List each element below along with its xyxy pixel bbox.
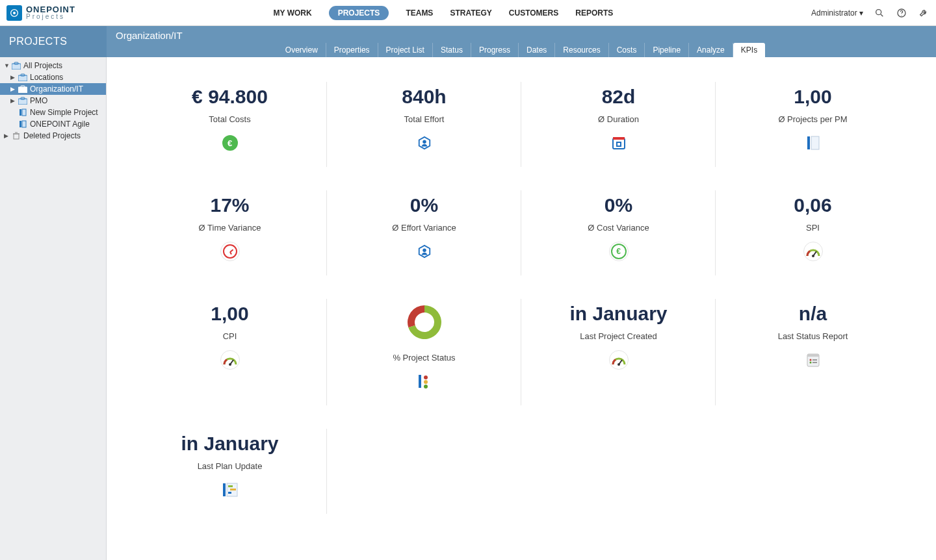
- svg-point-2: [876, 9, 881, 14]
- kpi--duration[interactable]: 82dØ Duration: [521, 70, 716, 179]
- caret-right-icon[interactable]: ▶: [4, 133, 9, 139]
- svg-rect-49: [230, 489, 236, 490]
- kpi-icon: €: [609, 242, 629, 261]
- tree-item-all-projects[interactable]: ▼All Projects: [0, 60, 106, 71]
- tab-status[interactable]: Status: [433, 43, 471, 57]
- nav-item-reports[interactable]: REPORTS: [575, 8, 613, 18]
- kpi-icon: [220, 480, 240, 500]
- svg-point-42: [809, 359, 811, 361]
- gauge-icon: [611, 353, 627, 366]
- portfolio-icon: [18, 73, 27, 81]
- report-icon: [806, 352, 820, 368]
- kpi--effort-variance[interactable]: 0%Ø Effort Variance: [327, 179, 521, 287]
- kpi-spi[interactable]: 0,06SPI: [716, 179, 910, 287]
- kpi-icon: [415, 372, 434, 391]
- brand-logo[interactable]: ONEPOINT Projects: [6, 5, 75, 21]
- project-icon: [18, 108, 27, 116]
- kpi-last-plan-update[interactable]: in JanuaryLast Plan Update: [133, 417, 327, 526]
- tab-costs[interactable]: Costs: [609, 43, 645, 57]
- person-hex-icon: [417, 244, 432, 259]
- page-header: PROJECTS Organization/IT OverviewPropert…: [0, 26, 936, 57]
- clock-red-icon: [223, 244, 237, 259]
- nav-item-strategy[interactable]: STRATEGY: [450, 8, 491, 18]
- topbar: ONEPOINT Projects MY WORKPROJECTSTEAMSST…: [0, 0, 936, 26]
- portfolio-icon: [18, 97, 27, 105]
- kpi--project-status[interactable]: % Project Status: [327, 287, 521, 417]
- tree-item-organization-it[interactable]: ▶Organization/IT: [0, 83, 106, 95]
- tools-icon[interactable]: [918, 7, 930, 19]
- tree-item-label: Locations: [30, 73, 63, 82]
- tree-item-label: All Projects: [23, 61, 62, 70]
- tab-analyze[interactable]: Analyze: [689, 43, 733, 57]
- svg-point-22: [422, 140, 426, 144]
- person-hex-icon: [417, 136, 432, 150]
- nav-item-teams[interactable]: TEAMS: [406, 8, 433, 18]
- svg-point-39: [618, 363, 620, 366]
- kpi-value: 0,06: [722, 194, 904, 216]
- svg-line-3: [881, 14, 883, 16]
- kpi-grid: € 94.800Total Costs€840hTotal Effort82dØ…: [133, 70, 910, 526]
- kpi--cost-variance[interactable]: 0%Ø Cost Variance€: [521, 179, 716, 287]
- kpi-label: % Project Status: [333, 353, 515, 363]
- nav-item-my-work[interactable]: MY WORK: [274, 8, 312, 18]
- main-nav: MY WORKPROJECTSTEAMSSTRATEGYCUSTOMERSREP…: [75, 6, 811, 20]
- kpi-label: Total Costs: [139, 114, 320, 124]
- plan-icon: [222, 482, 239, 498]
- tree-item-pmo[interactable]: ▶PMO: [0, 95, 106, 107]
- kpi-label: Last Project Created: [528, 331, 709, 341]
- svg-point-31: [812, 255, 814, 257]
- svg-rect-16: [20, 121, 21, 127]
- kpi-icon: [803, 133, 823, 153]
- tree-item-label: New Simple Project: [30, 108, 98, 117]
- tree-item-locations[interactable]: ▶Locations: [0, 71, 106, 83]
- kpi-label: Ø Cost Variance: [528, 223, 709, 233]
- tree-item-deleted-projects[interactable]: ▶Deleted Projects: [0, 130, 106, 142]
- tab-overview[interactable]: Overview: [278, 43, 326, 57]
- svg-rect-48: [228, 485, 233, 487]
- kpi-total-effort[interactable]: 840hTotal Effort: [327, 70, 521, 179]
- search-icon[interactable]: [874, 7, 885, 19]
- tab-properties[interactable]: Properties: [326, 43, 378, 57]
- caret-right-icon[interactable]: ▶: [10, 97, 16, 104]
- donut-chart: [405, 303, 444, 342]
- project-tree: ▼All Projects▶Locations▶Organization/IT▶…: [0, 57, 107, 560]
- subnav-tabs: OverviewPropertiesProject ListStatusProg…: [278, 42, 765, 57]
- kpi--time-variance[interactable]: 17%Ø Time Variance: [133, 179, 327, 287]
- tab-kpis[interactable]: KPIs: [733, 43, 765, 57]
- tab-resources[interactable]: Resources: [555, 43, 608, 57]
- tab-dates[interactable]: Dates: [519, 43, 555, 57]
- nav-item-customers[interactable]: CUSTOMERS: [509, 8, 558, 18]
- kpi-total-costs[interactable]: € 94.800Total Costs€: [133, 70, 327, 179]
- list-icon: [806, 135, 820, 151]
- kpi-last-status-report[interactable]: n/aLast Status Report: [716, 287, 910, 417]
- brand-text: ONEPOINT Projects: [26, 5, 75, 20]
- kpi-value: in January: [528, 303, 709, 325]
- kpi--projects-per-pm[interactable]: 1,00Ø Projects per PM: [716, 70, 910, 179]
- content-area: € 94.800Total Costs€840hTotal Effort82dØ…: [107, 57, 936, 560]
- kpi-value: 17%: [139, 194, 320, 216]
- kpi-value: 1,00: [722, 86, 904, 108]
- kpi-label: Ø Projects per PM: [722, 114, 904, 124]
- help-icon[interactable]: [896, 7, 907, 19]
- svg-rect-23: [613, 138, 625, 149]
- caret-right-icon[interactable]: ▶: [10, 86, 16, 92]
- tree-item-new-simple-project[interactable]: New Simple Project: [0, 107, 106, 118]
- tab-project-list[interactable]: Project List: [378, 43, 433, 57]
- tab-pipeline[interactable]: Pipeline: [645, 43, 689, 57]
- svg-rect-24: [613, 137, 625, 140]
- tree-item-label: PMO: [30, 96, 47, 105]
- tree-item-onepoint-agile[interactable]: ONEPOINT Agile: [0, 118, 106, 130]
- kpi-value: n/a: [722, 303, 904, 325]
- kpi-icon: [609, 133, 629, 153]
- body: ▼All Projects▶Locations▶Organization/IT▶…: [0, 57, 936, 560]
- caret-down-icon[interactable]: ▼: [4, 62, 9, 69]
- kpi-last-project-created[interactable]: in JanuaryLast Project Created: [521, 287, 716, 417]
- caret-right-icon[interactable]: ▶: [10, 74, 16, 81]
- tab-progress[interactable]: Progress: [471, 43, 519, 57]
- svg-point-1: [13, 12, 16, 14]
- kpi-label: Ø Duration: [528, 114, 709, 124]
- nav-item-projects[interactable]: PROJECTS: [329, 6, 389, 20]
- kpi-icon: €: [220, 133, 240, 153]
- user-menu[interactable]: Administrator ▾: [811, 8, 863, 18]
- kpi-cpi[interactable]: 1,00CPI: [133, 287, 327, 417]
